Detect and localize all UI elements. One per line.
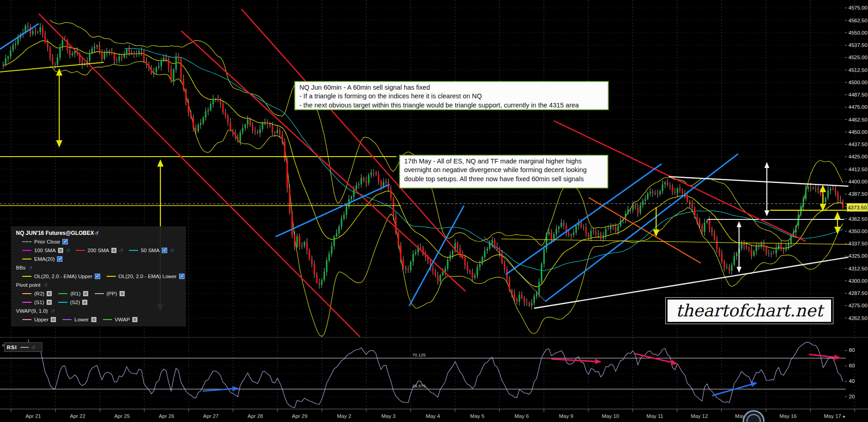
legend-item-50-sma: 50 SMA☞: [129, 247, 175, 254]
legend-item--r1-: (R1): [58, 291, 90, 296]
study-legend: NQ JUN'16 Futures@GLOBEX ☞ Prior Close10…: [11, 226, 186, 326]
legend-line-sample: [58, 302, 67, 303]
legend-item-label: (R1): [70, 291, 80, 296]
legend-section-label: VWAP(9, 1.0): [16, 308, 48, 314]
legend-item-ol-20-2-0-ema-upper: OL(20, 2.0 - EMA) Upper: [22, 274, 102, 279]
legend-line-sample: [129, 250, 138, 251]
visibility-checkbox[interactable]: [179, 274, 185, 279]
visibility-checkbox[interactable]: [91, 317, 97, 322]
visibility-checkbox[interactable]: [83, 291, 88, 296]
legend-row: 100 SMA☞200 SMA☞50 SMA☞: [11, 246, 186, 254]
annotation-note-triangle[interactable]: NQ Jun 60min - A 60min sell signal has f…: [294, 81, 609, 110]
legend-line-sample: [22, 241, 31, 242]
price-chart-canvas[interactable]: [0, 0, 868, 422]
legend-item-ema-20-: EMA(20): [22, 256, 64, 262]
legend-item--r2-: (R2): [22, 291, 54, 296]
legend-item-100-sma: 100 SMA☞: [22, 247, 71, 254]
legend-row: UpperLowerVWAP: [11, 315, 186, 324]
rsi-study-legend[interactable]: RSI ☞: [4, 342, 42, 352]
legend-item-label: 50 SMA: [141, 248, 159, 253]
legend-section-header: Pivot point☞: [11, 280, 186, 289]
symbol-title-label: NQ JUN'16 Futures@GLOBEX: [16, 230, 94, 236]
legend-line-sample: [22, 259, 31, 259]
visibility-checkbox[interactable]: [46, 300, 52, 305]
pointer-icon: ☞: [42, 281, 50, 289]
note-line: overnight on negative divergence while f…: [404, 166, 603, 174]
pointer-icon: ☞: [27, 264, 35, 272]
legend-line-sample: [62, 319, 72, 320]
site-watermark: theartofchart.net: [665, 297, 833, 324]
legend-line-sample: [103, 319, 112, 320]
legend-item-200-sma: 200 SMA☞: [76, 247, 124, 254]
legend-item-label: (S1): [34, 300, 44, 305]
legend-item--s2-: (S2): [58, 300, 90, 305]
legend-line-sample: [22, 250, 31, 251]
note-line: - If a triangle is forming on the indice…: [299, 92, 604, 101]
legend-symbol-title[interactable]: NQ JUN'16 Futures@GLOBEX ☞: [11, 229, 186, 237]
note-line: 17th May - All of ES, NQ and TF made mar…: [404, 157, 603, 166]
legend-row: (R2)(R1)(PP): [11, 289, 186, 298]
axis-marker-icon: ✦: [842, 414, 846, 419]
legend-row: EMA(20): [11, 254, 186, 263]
legend-item-lower: Lower: [62, 317, 98, 322]
legend-item-label: (S2): [70, 300, 80, 305]
pointer-icon: ☞: [50, 307, 57, 315]
rsi-line-sample: [21, 347, 29, 348]
visibility-checkbox[interactable]: [82, 300, 87, 305]
legend-line-sample: [76, 250, 85, 251]
visibility-checkbox[interactable]: [46, 291, 52, 296]
visibility-checkbox[interactable]: [57, 256, 62, 262]
visibility-checkbox[interactable]: [58, 248, 63, 253]
current-price-tag: 4373.50: [847, 203, 868, 212]
visibility-checkbox[interactable]: [62, 239, 68, 244]
legend-item-vwap: VWAP: [103, 317, 139, 322]
legend-item-label: OL(20, 2.0 - EMA) Lower: [118, 274, 177, 279]
legend-row: (S1)(S2): [11, 298, 186, 306]
legend-section-label: BBs: [16, 265, 26, 270]
legend-item-label: OL(20, 2.0 - EMA) Upper: [34, 274, 92, 279]
legend-line-sample: [22, 302, 31, 303]
legend-item--s1-: (S1): [22, 300, 54, 305]
legend-section-header: BBs☞: [11, 263, 186, 272]
legend-item-label: (R2): [34, 291, 44, 296]
legend-line-sample: [95, 293, 104, 294]
legend-line-sample: [22, 319, 31, 320]
pointer-icon: ☞: [65, 246, 72, 254]
legend-item-label: Upper: [34, 317, 48, 322]
legend-item-upper: Upper: [22, 317, 58, 322]
legend-item-ol-20-2-0-ema-lower: OL(20, 2.0 - EMA) Lower: [107, 274, 186, 279]
visibility-checkbox[interactable]: [95, 274, 100, 279]
rsi-label: RSI: [7, 345, 17, 350]
legend-item-label: VWAP: [115, 317, 130, 322]
legend-item-label: EMA(20): [34, 256, 55, 262]
pointer-icon: ☞: [93, 229, 101, 237]
note-line: NQ Jun 60min - A 60min sell signal has f…: [299, 83, 604, 92]
note-line: - the next obvious target within this tr…: [299, 101, 604, 110]
legend-row: OL(20, 2.0 - EMA) UpperOL(20, 2.0 - EMA)…: [11, 272, 186, 280]
pointer-icon: ☞: [169, 246, 176, 254]
visibility-checkbox[interactable]: [51, 317, 56, 322]
pointer-icon: ☞: [30, 343, 38, 351]
legend-item-prior-close: Prior Close: [22, 239, 70, 244]
legend-item--pp-: (PP): [95, 291, 127, 296]
legend-item-label: (PP): [107, 291, 117, 296]
legend-section-header: VWAP(9, 1.0)☞: [11, 306, 186, 315]
note-line: double top setups. All three now have fi…: [404, 175, 603, 183]
visibility-checkbox[interactable]: [162, 248, 167, 253]
legend-line-sample: [58, 293, 67, 294]
annotation-note-double-top[interactable]: 17th May - All of ES, NQ and TF made mar…: [399, 155, 608, 188]
legend-section-label: Pivot point: [16, 282, 41, 288]
chart-application: 4575.004562.504550.004537.504525.004512.…: [0, 0, 868, 422]
visibility-checkbox[interactable]: [119, 291, 125, 296]
visibility-checkbox[interactable]: [132, 317, 138, 322]
legend-item-label: 200 SMA: [87, 248, 109, 253]
pointer-icon: ☞: [118, 246, 126, 254]
legend-line-sample: [107, 276, 116, 277]
legend-line-sample: [22, 276, 31, 277]
legend-item-label: 100 SMA: [34, 248, 56, 253]
legend-item-label: Prior Close: [34, 239, 60, 244]
legend-item-label: Lower: [74, 317, 88, 322]
legend-line-sample: [22, 293, 31, 294]
visibility-checkbox[interactable]: [111, 248, 117, 253]
watermark-text: theartofchart.net: [676, 301, 823, 320]
